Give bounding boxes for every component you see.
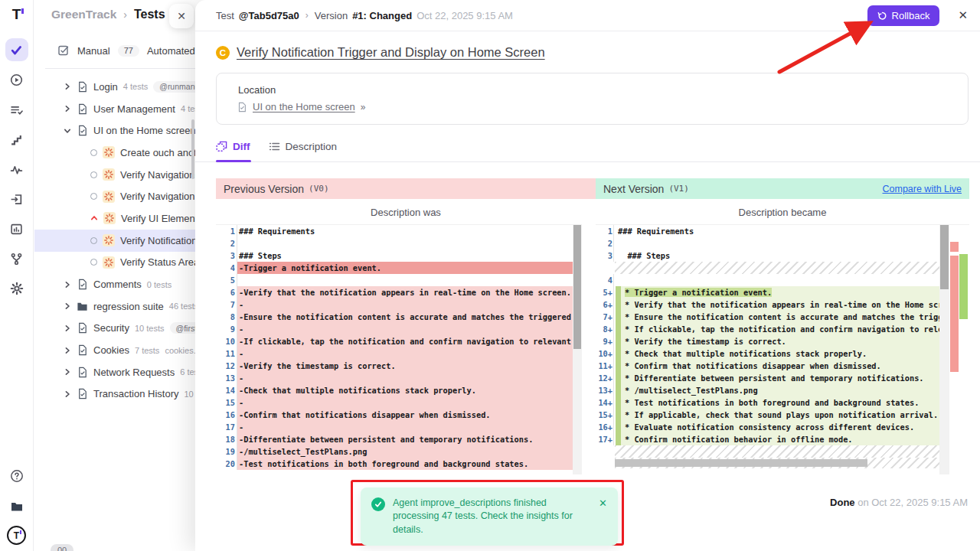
line-number: 12 bbox=[216, 360, 237, 372]
tree-row[interactable]: Comments0 tests bbox=[34, 273, 195, 295]
settings-gear-icon[interactable] bbox=[5, 277, 28, 300]
tests-check-icon[interactable] bbox=[5, 38, 28, 61]
diff-line: 15+* If applicable, check that sound pla… bbox=[596, 409, 939, 421]
checklist-icon[interactable] bbox=[5, 98, 28, 121]
next-version-header: Next Version (V1) Compare with Live bbox=[596, 178, 969, 199]
modal-breadcrumb-test-id[interactable]: @Tab5d75a0 bbox=[239, 10, 299, 21]
panel-divider bbox=[45, 68, 195, 69]
tab-manual[interactable]: Manual bbox=[77, 45, 110, 57]
line-text: * Test notifications in both foreground … bbox=[621, 396, 939, 409]
steps-icon[interactable] bbox=[5, 128, 28, 151]
previous-version-title: Previous Version bbox=[224, 183, 304, 195]
added-gutter bbox=[616, 298, 621, 311]
tree-row[interactable]: Verify UI Elements o bbox=[34, 207, 195, 230]
caret-right-icon[interactable] bbox=[64, 390, 71, 398]
modal-close-icon[interactable]: ✕ bbox=[958, 8, 968, 22]
caret-down-icon[interactable] bbox=[64, 127, 71, 135]
report-chart-icon[interactable] bbox=[5, 217, 28, 240]
activity-icon[interactable] bbox=[5, 158, 28, 181]
tree-row[interactable]: Verify Navigation to bbox=[34, 164, 195, 186]
tree-row[interactable]: Verify Status Area a bbox=[34, 252, 195, 274]
line-number: 13+ bbox=[596, 384, 614, 396]
horizontal-scrollbar[interactable] bbox=[615, 458, 939, 468]
breadcrumb-separator: › bbox=[123, 8, 127, 21]
diff-line: 17+* Confirm notification behavior in of… bbox=[596, 433, 939, 445]
tab-description[interactable]: Description bbox=[269, 141, 338, 152]
line-text: -Check that multiple notifications stack… bbox=[237, 384, 573, 396]
line-number: 20 bbox=[216, 458, 237, 470]
line-number: 6+ bbox=[596, 298, 614, 311]
git-fork-icon[interactable] bbox=[5, 247, 28, 270]
spinner-icon bbox=[103, 146, 115, 158]
line-text: ### Steps bbox=[614, 249, 939, 262]
right-pane-scrollbar[interactable] bbox=[939, 225, 949, 474]
diff-line: 4 bbox=[596, 274, 939, 286]
folder-icon bbox=[77, 301, 88, 312]
tree-row[interactable]: UI on the Home screen bbox=[34, 119, 195, 142]
breadcrumb: GreenTrack › Tests bbox=[51, 8, 165, 21]
version-diff-modal: Test @Tab5d75a0 › Version #1: Changed Oc… bbox=[195, 0, 980, 551]
modal-tabs: Diff Description bbox=[216, 141, 337, 152]
diff-line: 20-Test notifications in both foreground… bbox=[216, 458, 573, 470]
toast-close-icon[interactable]: ✕ bbox=[599, 497, 607, 536]
tab-diff[interactable]: Diff bbox=[216, 141, 250, 152]
diff-line: 4-Trigger a notification event. bbox=[216, 262, 573, 274]
caret-right-icon[interactable] bbox=[64, 324, 71, 332]
caret-right-icon[interactable] bbox=[64, 302, 71, 310]
rollback-button[interactable]: Rollback bbox=[867, 5, 940, 26]
sign-in-icon[interactable] bbox=[5, 187, 28, 210]
line-number: 7 bbox=[216, 298, 237, 311]
tab-automated[interactable]: Automated bbox=[147, 45, 195, 57]
diff-overview-ruler bbox=[950, 225, 969, 474]
caret-right-icon[interactable] bbox=[64, 347, 71, 354]
doc-icon bbox=[77, 367, 88, 378]
left-pane-scrollbar[interactable] bbox=[573, 225, 582, 474]
breadcrumb-brand[interactable]: GreenTrack bbox=[51, 8, 116, 21]
status-circle-icon bbox=[90, 259, 97, 266]
tree-label: Verify Navigation to bbox=[120, 191, 195, 202]
line-number: 4 bbox=[216, 262, 237, 274]
caret-right-icon[interactable] bbox=[64, 105, 71, 112]
help-icon[interactable] bbox=[5, 465, 28, 487]
tree-row[interactable]: Security10 tests@first bbox=[34, 318, 195, 340]
done-status: Done bbox=[830, 497, 855, 508]
diff-line: 2 bbox=[596, 237, 939, 249]
tree-row[interactable]: regression suite46 tests bbox=[34, 295, 195, 318]
added-gutter bbox=[616, 347, 621, 360]
tree-meta: 7 tests bbox=[135, 346, 159, 355]
panel-close-button[interactable]: ✕ bbox=[169, 4, 194, 28]
tree-meta: 10 tests bbox=[135, 324, 165, 333]
spinner-icon bbox=[103, 256, 115, 269]
caret-right-icon[interactable] bbox=[64, 83, 71, 90]
caret-up-icon[interactable] bbox=[90, 214, 98, 222]
tree-row[interactable]: Cookies7 testscookies.c bbox=[34, 339, 195, 361]
tree-meta: 6 tests bbox=[180, 367, 195, 377]
line-text bbox=[237, 274, 573, 286]
previous-version-header: Previous Version (V0) bbox=[216, 178, 596, 199]
tree-row[interactable]: Verify Navigation to bbox=[34, 185, 195, 207]
tree-row[interactable]: Create ouch another bbox=[34, 142, 195, 164]
tree-row[interactable]: Login4 tests@runmanu bbox=[34, 76, 195, 98]
line-text: * Verify the timestamp is correct. bbox=[621, 335, 939, 347]
compare-with-live-link[interactable]: Compare with Live bbox=[882, 184, 962, 194]
projects-folder-icon[interactable] bbox=[5, 495, 28, 518]
diff-line: 7+* Ensure the notification content is a… bbox=[596, 311, 939, 323]
diff-line: 11- bbox=[216, 347, 573, 360]
caret-right-icon[interactable] bbox=[64, 281, 71, 289]
app-logo[interactable]: T bbox=[12, 6, 21, 29]
spinner-icon bbox=[103, 191, 115, 203]
profile-avatar[interactable]: T bbox=[7, 526, 26, 545]
line-text: * Evaluate notification consistency acro… bbox=[621, 421, 939, 433]
tree-scrollbar[interactable] bbox=[191, 119, 194, 179]
runs-play-icon[interactable] bbox=[5, 68, 28, 91]
line-text: -Ensure the notification content is accu… bbox=[237, 311, 573, 323]
tree-row[interactable]: Transaction History10 tests bbox=[34, 383, 195, 406]
tree-row[interactable]: Network Requests6 tests bbox=[34, 361, 195, 383]
breadcrumb-page[interactable]: Tests bbox=[134, 8, 165, 21]
diff-line: 12-Verify the timestamp is correct. bbox=[216, 360, 573, 372]
tree-row[interactable]: User Management4 tests bbox=[34, 98, 195, 120]
caret-right-icon[interactable] bbox=[64, 368, 71, 376]
location-link[interactable]: UI on the Home screen bbox=[253, 101, 355, 112]
tree-row[interactable]: Verify Notification T bbox=[34, 230, 195, 252]
doc-icon bbox=[77, 103, 88, 115]
